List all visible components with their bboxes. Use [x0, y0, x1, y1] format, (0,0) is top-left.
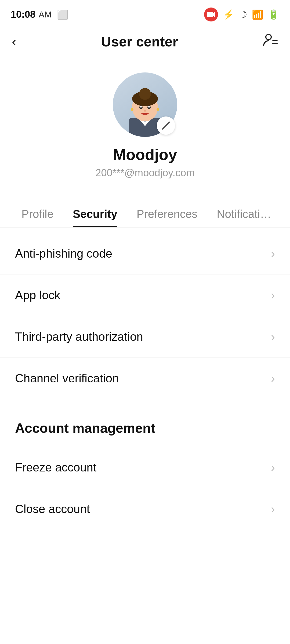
anti-phishing-item[interactable]: Anti-phishing code › [0, 233, 290, 275]
channel-verification-item[interactable]: Channel verification › [0, 358, 290, 399]
tab-notifications[interactable]: Notificati… [207, 200, 281, 227]
third-party-auth-label: Third-party authorization [15, 330, 143, 343]
camera-status-icon: ⬜ [57, 9, 68, 20]
svg-point-14 [148, 106, 150, 108]
status-bar: 10:08 AM ⬜ ⚡ ☽ 📶 🔋 [0, 0, 290, 27]
page-header: ‹ User center [0, 27, 290, 56]
status-time: 10:08 [11, 9, 35, 20]
user-name: Moodjoy [113, 145, 177, 163]
freeze-account-label: Freeze account [15, 461, 96, 474]
channel-verification-chevron: › [271, 372, 275, 385]
avatar-wrapper [113, 72, 177, 137]
moon-icon: ☽ [239, 9, 247, 20]
bluetooth-icon: ⚡ [223, 9, 234, 20]
tab-security[interactable]: Security [63, 200, 127, 227]
svg-point-13 [140, 106, 142, 108]
page-title: User center [101, 34, 178, 50]
tab-profile[interactable]: Profile [12, 200, 63, 227]
anti-phishing-label: Anti-phishing code [15, 247, 112, 260]
avatar-edit-button[interactable] [157, 116, 175, 135]
svg-marker-1 [213, 12, 215, 17]
svg-point-15 [144, 110, 146, 112]
freeze-account-chevron: › [271, 461, 275, 474]
tab-preferences[interactable]: Preferences [127, 200, 207, 227]
third-party-auth-item[interactable]: Third-party authorization › [0, 316, 290, 358]
security-menu: Anti-phishing code › App lock › Third-pa… [0, 228, 290, 404]
close-account-label: Close account [15, 502, 90, 516]
third-party-auth-chevron: › [271, 330, 275, 343]
anti-phishing-chevron: › [271, 247, 275, 260]
battery-icon: 🔋 [268, 9, 279, 20]
svg-rect-0 [207, 12, 213, 17]
recording-badge [204, 8, 218, 21]
close-account-chevron: › [271, 502, 275, 516]
account-management-menu: Freeze account › Close account › [0, 441, 290, 535]
app-lock-label: App lock [15, 288, 60, 302]
svg-point-16 [131, 108, 133, 111]
tabs-container: Profile Security Preferences Notificati… [0, 200, 290, 228]
svg-point-10 [139, 88, 151, 100]
user-settings-icon[interactable] [263, 32, 278, 51]
svg-point-2 [266, 34, 271, 40]
account-management-section: Account management Freeze account › Clos… [0, 404, 290, 535]
avatar-section: Moodjoy 200***@moodjoy.com [0, 56, 290, 192]
app-lock-chevron: › [271, 288, 275, 302]
app-lock-item[interactable]: App lock › [0, 275, 290, 316]
user-email: 200***@moodjoy.com [95, 167, 195, 179]
close-account-item[interactable]: Close account › [0, 488, 290, 530]
back-button[interactable]: ‹ [12, 35, 16, 49]
channel-verification-label: Channel verification [15, 372, 119, 385]
status-icons: ⚡ ☽ 📶 🔋 [204, 8, 279, 21]
status-ampm: AM [39, 10, 52, 20]
freeze-account-item[interactable]: Freeze account › [0, 447, 290, 488]
account-management-header: Account management [0, 404, 290, 441]
svg-point-17 [157, 108, 159, 111]
wifi-icon: 📶 [252, 9, 263, 20]
